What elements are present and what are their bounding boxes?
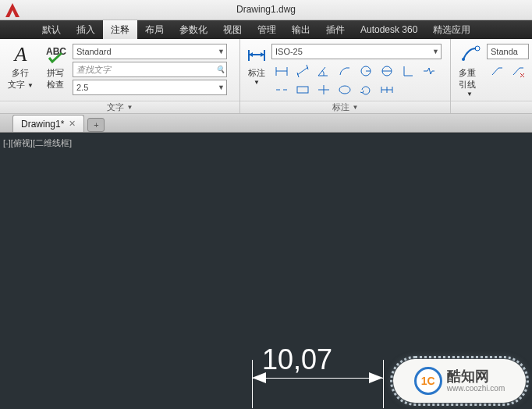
spellcheck-icon: ABC (44, 44, 66, 66)
title-bar: Drawing1.dwg (0, 0, 532, 20)
watermark: 1C 酷知网 www.coozhi.com (393, 359, 526, 403)
mleader-remove-button[interactable] (508, 62, 528, 80)
dim-inspect-button[interactable] (335, 80, 355, 98)
dim-diameter-button[interactable] (377, 62, 397, 80)
tab-autodesk360[interactable]: Autodesk 360 (353, 20, 425, 39)
tab-output[interactable]: 输出 (284, 20, 318, 39)
find-placeholder: 查找文字 (76, 64, 111, 76)
text-style-combo[interactable]: Standard▼ (73, 44, 227, 59)
watermark-name: 酷知网 (447, 369, 505, 385)
dim-update-button[interactable] (356, 80, 376, 98)
chevron-down-icon: ▼ (466, 91, 473, 98)
mleader-label: 多重引线 (459, 67, 481, 91)
dimension-extension-line (252, 360, 253, 408)
chevron-down-icon: ▼ (27, 82, 34, 89)
tab-view[interactable]: 视图 (215, 20, 250, 39)
document-tabs: Drawing1* ✕ + (0, 114, 532, 133)
text-height-combo[interactable]: 2.5▼ (73, 80, 227, 95)
chevron-down-icon: ▼ (254, 79, 260, 86)
window-title: Drawing1.dwg (236, 4, 296, 15)
chevron-down-icon: ▼ (218, 84, 225, 91)
dim-style-combo[interactable]: ISO-25▼ (271, 44, 442, 59)
plus-icon: + (94, 120, 98, 130)
dim-continue-button[interactable] (377, 80, 397, 98)
dim-tool-row (271, 62, 452, 98)
mleader-add-button[interactable] (487, 62, 507, 80)
close-icon[interactable]: ✕ (69, 119, 76, 129)
spellcheck-label-2: 检查 (47, 79, 64, 91)
svg-point-19 (339, 86, 350, 94)
svg-text:ABC: ABC (46, 46, 66, 57)
document-tab[interactable]: Drawing1* ✕ (12, 115, 84, 132)
dimension-line (252, 378, 383, 379)
panel-dimension-title[interactable]: 标注▼ (240, 101, 450, 113)
spellcheck-button[interactable]: ABC 拼写 检查 (40, 42, 71, 92)
chevron-down-icon: ▼ (432, 48, 439, 55)
dim-style-value: ISO-25 (275, 47, 303, 56)
tab-insert[interactable]: 插入 (69, 20, 103, 39)
tab-parametric[interactable]: 参数化 (172, 20, 215, 39)
dimension-button[interactable]: 标注 ▼ (243, 42, 270, 87)
search-icon: 🔍 (216, 66, 225, 73)
dimension-arrowhead-icon (369, 372, 383, 383)
panel-leader: 多重引线 ▼ Standa (451, 39, 532, 113)
dimension-text: 10,07 (262, 343, 332, 376)
chevron-down-icon: ▼ (218, 48, 225, 55)
dimension-extension-line (383, 360, 384, 408)
chevron-down-icon: ▼ (353, 104, 359, 111)
mleader-style-value: Standa (491, 47, 518, 56)
svg-rect-16 (297, 87, 308, 93)
panel-leader-title (451, 101, 532, 113)
tab-manage[interactable]: 管理 (250, 20, 284, 39)
tab-layout[interactable]: 布局 (137, 20, 172, 39)
dim-center-button[interactable] (314, 80, 334, 98)
document-tab-label: Drawing1* (21, 119, 64, 130)
dim-jogged-button[interactable] (419, 62, 439, 80)
panel-text-title[interactable]: 文字▼ (0, 101, 239, 113)
svg-line-7 (297, 67, 308, 75)
dim-linear-button[interactable] (271, 62, 292, 80)
dim-radius-button[interactable] (356, 62, 376, 80)
mtext-icon: A (9, 44, 31, 66)
dim-break-button[interactable] (271, 80, 292, 98)
panel-text: A 多行 文字 ▼ ABC 拼写 检查 Standard▼ 查找文字🔍 2.5▼… (0, 39, 240, 113)
text-style-value: Standard (76, 47, 112, 56)
mleader-button[interactable]: 多重引线 ▼ (454, 42, 485, 99)
viewport-label[interactable]: [-][俯视][二维线框] (3, 137, 72, 149)
tab-default[interactable]: 默认 (34, 20, 69, 39)
tab-plugins[interactable]: 插件 (318, 20, 353, 39)
chevron-down-icon: ▼ (127, 104, 133, 111)
tab-featured[interactable]: 精选应用 (425, 20, 478, 39)
mtext-button[interactable]: A 多行 文字 ▼ (3, 42, 38, 92)
tab-annotate[interactable]: 注释 (103, 20, 137, 39)
mtext-label-1: 多行 (12, 67, 29, 79)
ribbon: A 多行 文字 ▼ ABC 拼写 检查 Standard▼ 查找文字🔍 2.5▼… (0, 39, 532, 114)
app-logo-icon (3, 1, 22, 20)
ribbon-tabs: 默认 插入 注释 布局 参数化 视图 管理 输出 插件 Autodesk 360… (0, 20, 532, 39)
panel-dimension: 标注 ▼ ISO-25▼ (240, 39, 451, 113)
drawing-canvas[interactable]: [-][俯视][二维线框] 10,07 1C 酷知网 www.coozhi.co… (0, 133, 532, 409)
mleader-icon (459, 44, 481, 66)
dim-aligned-button[interactable] (293, 62, 313, 80)
dim-ordinate-button[interactable] (398, 62, 418, 80)
dimension-linear-icon (246, 44, 268, 66)
text-height-value: 2.5 (76, 83, 88, 92)
watermark-logo-icon: 1C (414, 367, 442, 395)
dimension-arrowhead-icon (252, 372, 266, 383)
dim-tolerance-button[interactable] (293, 80, 313, 98)
dimension-label: 标注 (248, 68, 265, 77)
new-tab-button[interactable]: + (87, 118, 105, 132)
spellcheck-label-1: 拼写 (47, 67, 64, 79)
dim-angular-button[interactable] (314, 62, 334, 80)
mtext-label-2: 文字 (8, 80, 25, 89)
mleader-style-combo[interactable]: Standa (487, 44, 529, 59)
dim-arc-button[interactable] (335, 62, 355, 80)
watermark-url: www.coozhi.com (447, 384, 505, 393)
find-text-input[interactable]: 查找文字🔍 (73, 62, 227, 77)
